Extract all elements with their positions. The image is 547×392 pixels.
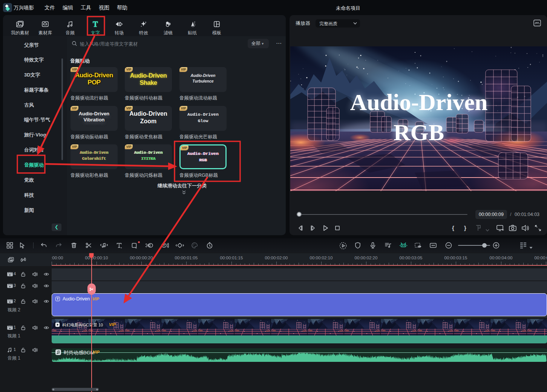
svg-text:RGB: RGB: [394, 119, 444, 145]
svg-text:T: T: [93, 20, 98, 28]
svg-text:Audio-Driven: Audio-Driven: [350, 89, 487, 115]
